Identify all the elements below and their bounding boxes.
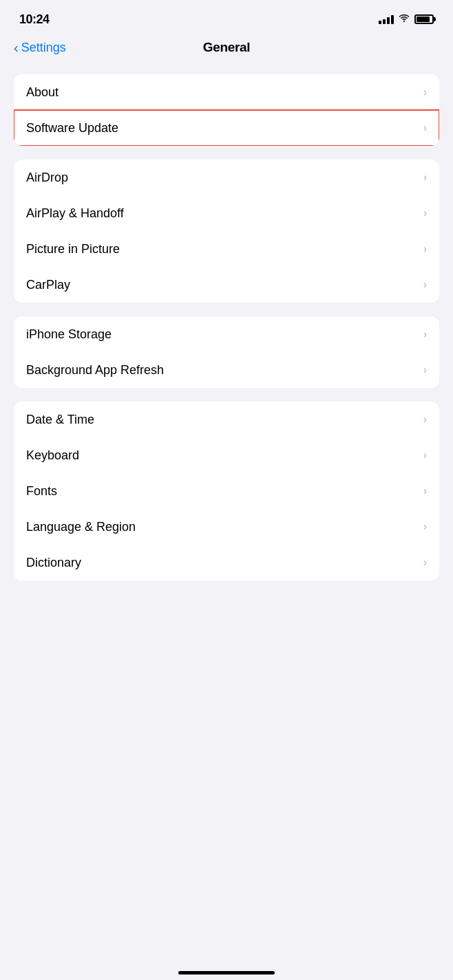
chevron-right-icon: › bbox=[423, 207, 427, 219]
back-label: Settings bbox=[21, 41, 66, 55]
chevron-right-icon: › bbox=[423, 413, 427, 426]
status-bar: 10:24 bbox=[0, 0, 453, 34]
back-chevron-icon: ‹ bbox=[14, 41, 19, 54]
chevron-right-icon: › bbox=[423, 556, 427, 569]
settings-group-group4: Date & Time›Keyboard›Fonts›Language & Re… bbox=[14, 402, 439, 580]
chevron-right-icon: › bbox=[423, 243, 427, 255]
nav-title: General bbox=[203, 40, 251, 55]
settings-row-label-software-update: Software Update bbox=[26, 121, 118, 135]
chevron-right-icon: › bbox=[423, 86, 427, 98]
settings-row-language-region[interactable]: Language & Region› bbox=[14, 509, 439, 545]
settings-row-label-iphone-storage: iPhone Storage bbox=[26, 327, 112, 342]
settings-row-label-background-app-refresh: Background App Refresh bbox=[26, 363, 164, 378]
settings-row-label-about: About bbox=[26, 85, 59, 100]
chevron-right-icon: › bbox=[423, 485, 427, 497]
settings-row-label-airdrop: AirDrop bbox=[26, 171, 68, 185]
settings-row-label-keyboard: Keyboard bbox=[26, 448, 79, 463]
back-button[interactable]: ‹ Settings bbox=[14, 41, 66, 55]
settings-row-airplay-handoff[interactable]: AirPlay & Handoff› bbox=[14, 195, 439, 231]
settings-row-iphone-storage[interactable]: iPhone Storage› bbox=[14, 316, 439, 352]
settings-row-label-date-time: Date & Time bbox=[26, 413, 94, 427]
settings-row-label-picture-in-picture: Picture in Picture bbox=[26, 242, 120, 257]
settings-row-label-airplay-handoff: AirPlay & Handoff bbox=[26, 206, 124, 221]
status-time: 10:24 bbox=[19, 12, 50, 27]
chevron-right-icon: › bbox=[423, 521, 427, 533]
settings-group-group3: iPhone Storage›Background App Refresh› bbox=[14, 316, 439, 388]
settings-row-software-update[interactable]: Software Update› bbox=[14, 110, 439, 146]
settings-row-picture-in-picture[interactable]: Picture in Picture› bbox=[14, 231, 439, 267]
home-indicator bbox=[178, 971, 275, 974]
chevron-right-icon: › bbox=[423, 279, 427, 291]
settings-row-airdrop[interactable]: AirDrop› bbox=[14, 160, 439, 195]
settings-content: About›Software Update›AirDrop›AirPlay & … bbox=[0, 63, 453, 605]
chevron-right-icon: › bbox=[423, 171, 427, 184]
chevron-right-icon: › bbox=[423, 122, 427, 134]
settings-row-label-dictionary: Dictionary bbox=[26, 556, 81, 570]
settings-row-label-carplay: CarPlay bbox=[26, 278, 70, 292]
chevron-right-icon: › bbox=[423, 328, 427, 340]
settings-group-group1: About›Software Update› bbox=[14, 74, 439, 146]
signal-icon bbox=[379, 14, 394, 24]
settings-row-label-fonts: Fonts bbox=[26, 484, 57, 499]
settings-group-group2: AirDrop›AirPlay & Handoff›Picture in Pic… bbox=[14, 160, 439, 303]
chevron-right-icon: › bbox=[423, 364, 427, 376]
settings-row-label-language-region: Language & Region bbox=[26, 520, 136, 534]
status-icons bbox=[379, 13, 434, 25]
chevron-right-icon: › bbox=[423, 449, 427, 461]
nav-bar: ‹ Settings General bbox=[0, 34, 453, 63]
settings-row-keyboard[interactable]: Keyboard› bbox=[14, 437, 439, 473]
settings-row-carplay[interactable]: CarPlay› bbox=[14, 267, 439, 303]
settings-row-dictionary[interactable]: Dictionary› bbox=[14, 545, 439, 580]
settings-row-fonts[interactable]: Fonts› bbox=[14, 473, 439, 509]
battery-icon bbox=[414, 14, 434, 24]
settings-row-background-app-refresh[interactable]: Background App Refresh› bbox=[14, 352, 439, 388]
wifi-icon bbox=[398, 13, 410, 25]
settings-row-about[interactable]: About› bbox=[14, 74, 439, 110]
settings-row-date-time[interactable]: Date & Time› bbox=[14, 402, 439, 437]
